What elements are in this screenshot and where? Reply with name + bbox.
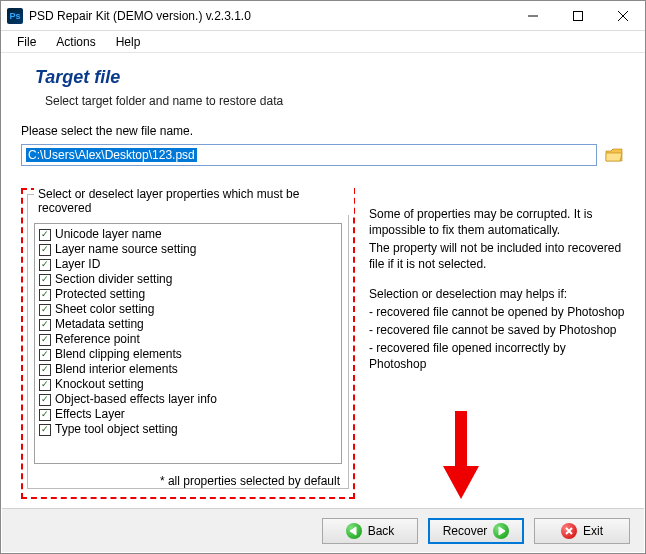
- layer-property-label: Knockout setting: [55, 377, 144, 392]
- layer-properties-highlight: Select or deselect layer properties whic…: [21, 188, 355, 499]
- layer-property-item[interactable]: ✓Unicode layer name: [39, 227, 337, 242]
- exit-icon: [561, 523, 577, 539]
- checkbox-icon: ✓: [39, 274, 51, 286]
- layer-property-item[interactable]: ✓Layer name source setting: [39, 242, 337, 257]
- layer-properties-box: Select or deselect layer properties whic…: [27, 194, 349, 489]
- svg-rect-1: [573, 11, 582, 20]
- checkbox-icon: ✓: [39, 334, 51, 346]
- layer-property-item[interactable]: ✓Type tool object setting: [39, 422, 337, 437]
- svg-marker-6: [350, 527, 356, 535]
- checkbox-icon: ✓: [39, 394, 51, 406]
- path-row: C:\Users\Alex\Desktop\123.psd: [21, 144, 625, 166]
- file-path-input[interactable]: C:\Users\Alex\Desktop\123.psd: [21, 144, 597, 166]
- exit-button[interactable]: Exit: [534, 518, 630, 544]
- page-subheading: Select target folder and name to restore…: [45, 94, 625, 108]
- window-title: PSD Repair Kit (DEMO version.) v.2.3.1.0: [29, 9, 510, 23]
- menu-actions[interactable]: Actions: [48, 33, 103, 51]
- layer-property-label: Layer name source setting: [55, 242, 196, 257]
- checkbox-icon: ✓: [39, 244, 51, 256]
- svg-marker-7: [499, 527, 505, 535]
- recover-button-label: Recover: [443, 524, 488, 538]
- layer-property-item[interactable]: ✓Protected setting: [39, 287, 337, 302]
- layer-properties-list[interactable]: ✓Unicode layer name✓Layer name source se…: [34, 223, 342, 464]
- layer-property-label: Effects Layer: [55, 407, 125, 422]
- info-bullet-3: - recovered file opened incorrectly by P…: [369, 340, 625, 372]
- middle-row: Select or deselect layer properties whic…: [21, 188, 625, 499]
- recover-arrow-icon: [493, 523, 509, 539]
- layer-property-label: Protected setting: [55, 287, 145, 302]
- back-arrow-icon: [346, 523, 362, 539]
- layer-property-item[interactable]: ✓Blend clipping elements: [39, 347, 337, 362]
- default-note: * all properties selected by default: [28, 470, 348, 488]
- info-bullet-1: - recovered file cannot be opened by Pho…: [369, 304, 625, 320]
- close-button[interactable]: [600, 1, 645, 30]
- checkbox-icon: ✓: [39, 349, 51, 361]
- checkbox-icon: ✓: [39, 229, 51, 241]
- layer-property-item[interactable]: ✓Knockout setting: [39, 377, 337, 392]
- content-area: Target file Select target folder and nam…: [1, 53, 645, 513]
- checkbox-icon: ✓: [39, 304, 51, 316]
- back-button[interactable]: Back: [322, 518, 418, 544]
- layer-property-item[interactable]: ✓Effects Layer: [39, 407, 337, 422]
- checkbox-icon: ✓: [39, 259, 51, 271]
- layer-property-item[interactable]: ✓Section divider setting: [39, 272, 337, 287]
- layer-property-label: Object-based effects layer info: [55, 392, 217, 407]
- checkbox-icon: ✓: [39, 289, 51, 301]
- maximize-button[interactable]: [555, 1, 600, 30]
- layer-property-label: Type tool object setting: [55, 422, 178, 437]
- layer-property-label: Metadata setting: [55, 317, 144, 332]
- info-line-1: Some of properties may be corrupted. It …: [369, 206, 625, 238]
- file-path-value: C:\Users\Alex\Desktop\123.psd: [26, 148, 197, 162]
- folder-icon: [605, 147, 623, 163]
- titlebar: Ps PSD Repair Kit (DEMO version.) v.2.3.…: [1, 1, 645, 31]
- layer-property-item[interactable]: ✓Sheet color setting: [39, 302, 337, 317]
- recover-button[interactable]: Recover: [428, 518, 524, 544]
- checkbox-icon: ✓: [39, 424, 51, 436]
- info-line-2: The property will not be included into r…: [369, 240, 625, 272]
- checkbox-icon: ✓: [39, 364, 51, 376]
- layer-property-item[interactable]: ✓Object-based effects layer info: [39, 392, 337, 407]
- checkbox-icon: ✓: [39, 409, 51, 421]
- layer-property-item[interactable]: ✓Layer ID: [39, 257, 337, 272]
- info-text: Some of properties may be corrupted. It …: [369, 188, 625, 499]
- menubar: File Actions Help: [1, 31, 645, 53]
- layer-property-label: Blend clipping elements: [55, 347, 182, 362]
- checkbox-icon: ✓: [39, 319, 51, 331]
- layer-property-label: Section divider setting: [55, 272, 172, 287]
- layer-property-item[interactable]: ✓Blend interior elements: [39, 362, 337, 377]
- back-button-label: Back: [368, 524, 395, 538]
- minimize-button[interactable]: [510, 1, 555, 30]
- page-heading: Target file: [35, 67, 625, 88]
- layer-property-label: Reference point: [55, 332, 140, 347]
- layer-property-label: Sheet color setting: [55, 302, 154, 317]
- menu-help[interactable]: Help: [108, 33, 149, 51]
- menu-file[interactable]: File: [9, 33, 44, 51]
- layer-properties-title: Select or deselect layer properties whic…: [34, 187, 354, 215]
- info-line-3: Selection or deselection may helps if:: [369, 286, 625, 302]
- layer-property-label: Layer ID: [55, 257, 100, 272]
- browse-button[interactable]: [603, 144, 625, 166]
- info-bullet-2: - recovered file cannot be saved by Phot…: [369, 322, 625, 338]
- app-icon: Ps: [7, 8, 23, 24]
- checkbox-icon: ✓: [39, 379, 51, 391]
- layer-property-item[interactable]: ✓Reference point: [39, 332, 337, 347]
- bottom-bar: Back Recover Exit: [2, 508, 644, 552]
- layer-property-label: Blend interior elements: [55, 362, 178, 377]
- select-file-label: Please select the new file name.: [21, 124, 625, 138]
- exit-button-label: Exit: [583, 524, 603, 538]
- layer-property-label: Unicode layer name: [55, 227, 162, 242]
- layer-property-item[interactable]: ✓Metadata setting: [39, 317, 337, 332]
